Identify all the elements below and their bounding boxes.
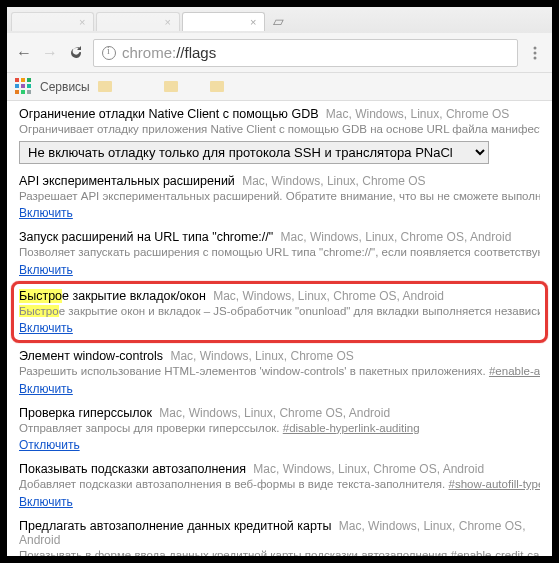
folder-icon xyxy=(164,81,178,92)
flag-title: Быстрое закрытие вкладок/окон xyxy=(19,289,206,303)
flag-item: Предлагать автозаполнение данных кредитн… xyxy=(7,513,552,556)
close-icon[interactable]: × xyxy=(250,16,256,28)
svg-point-2 xyxy=(534,56,537,59)
flag-platforms: Mac, Windows, Linux, Chrome OS xyxy=(170,349,353,363)
flag-item: Элемент window-controls Mac, Windows, Li… xyxy=(7,343,552,400)
flag-title: Запуск расширений на URL типа "chrome://… xyxy=(19,230,273,244)
apps-icon[interactable] xyxy=(15,78,32,95)
svg-point-1 xyxy=(534,51,537,54)
flag-title: Ограничение отладки Native Client с помо… xyxy=(19,107,319,121)
folder-icon xyxy=(210,81,224,92)
forward-button[interactable]: → xyxy=(41,44,59,62)
flag-description: Ограничивает отладку приложения Native C… xyxy=(19,122,540,138)
flag-disable-link[interactable]: Отключить xyxy=(19,438,80,452)
flag-enable-link[interactable]: Включить xyxy=(19,495,73,509)
back-button[interactable]: ← xyxy=(15,44,33,62)
flag-platforms: Mac, Windows, Linux, Chrome OS, Android xyxy=(159,406,390,420)
flag-description: Показывать в форме ввода данных кредитно… xyxy=(19,548,540,556)
flag-platforms: Mac, Windows, Linux, Chrome OS xyxy=(242,174,425,188)
flag-enable-link[interactable]: Включить xyxy=(19,263,73,277)
browser-tab[interactable]: × xyxy=(11,12,94,31)
tab-bar: × × × ▱ xyxy=(7,7,552,33)
browser-window: × × × ▱ ← → chrome://flags Сервисы xyxy=(7,7,552,556)
reload-button[interactable] xyxy=(67,44,85,62)
flag-title: Предлагать автозаполнение данных кредитн… xyxy=(19,519,331,533)
flag-description: Быстрое закрытие окон и вкладок – JS-обр… xyxy=(19,304,540,320)
flag-item: Запуск расширений на URL типа "chrome://… xyxy=(7,224,552,281)
flag-description: Разрешить использование HTML-элементов '… xyxy=(19,364,540,380)
new-tab-button[interactable]: ▱ xyxy=(267,13,290,29)
close-icon[interactable]: × xyxy=(164,16,170,28)
flag-title: Проверка гиперссылок xyxy=(19,406,152,420)
menu-button[interactable] xyxy=(526,44,544,62)
flag-enable-link[interactable]: Включить xyxy=(19,321,73,335)
flag-platforms: Mac, Windows, Linux, Chrome OS xyxy=(326,107,509,121)
flag-description: Добавляет подсказки автозаполнения в веб… xyxy=(19,477,540,493)
flag-platforms: Mac, Windows, Linux, Chrome OS, Android xyxy=(281,230,512,244)
address-bar[interactable]: chrome://flags xyxy=(93,39,518,67)
svg-point-0 xyxy=(534,46,537,49)
site-info-icon[interactable] xyxy=(102,46,116,60)
flag-description: Отправляет запросы для проверки гиперссы… xyxy=(19,421,540,437)
close-icon[interactable]: × xyxy=(79,16,85,28)
apps-label[interactable]: Сервисы xyxy=(40,80,90,94)
browser-tab[interactable]: × xyxy=(96,12,179,31)
bookmarks-bar: Сервисы xyxy=(7,73,552,101)
flag-item-highlighted: Быстрое закрытие вкладок/окон Mac, Windo… xyxy=(7,281,552,344)
flag-enable-link[interactable]: Включить xyxy=(19,382,73,396)
flag-item: Проверка гиперссылок Mac, Windows, Linux… xyxy=(7,400,552,457)
page-content: Ограничение отладки Native Client с помо… xyxy=(7,101,552,556)
flag-description: Позволяет запускать расширения с помощью… xyxy=(19,245,540,261)
bookmark-item[interactable] xyxy=(210,80,248,94)
flag-title: Элемент window-controls xyxy=(19,349,163,363)
flag-select[interactable]: Не включать отладку только для протокола… xyxy=(19,141,489,164)
flag-platforms: Mac, Windows, Linux, Chrome OS, Android xyxy=(213,289,444,303)
folder-icon xyxy=(98,81,112,92)
url-text: chrome://flags xyxy=(122,44,216,61)
toolbar: ← → chrome://flags xyxy=(7,33,552,73)
flag-enable-link[interactable]: Включить xyxy=(19,206,73,220)
flag-item: Ограничение отладки Native Client с помо… xyxy=(7,101,552,168)
bookmark-item[interactable] xyxy=(98,80,156,94)
flag-platforms: Mac, Windows, Linux, Chrome OS, Android xyxy=(253,462,484,476)
flag-title: Показывать подсказки автозаполнения xyxy=(19,462,246,476)
flag-item: Показывать подсказки автозаполнения Mac,… xyxy=(7,456,552,513)
flag-item: API экспериментальных расширений Mac, Wi… xyxy=(7,168,552,225)
bookmark-item[interactable] xyxy=(164,80,202,94)
flag-description: Разрешает API экспериментальных расширен… xyxy=(19,189,540,205)
flag-title: API экспериментальных расширений xyxy=(19,174,235,188)
browser-tab-active[interactable]: × xyxy=(182,12,265,31)
